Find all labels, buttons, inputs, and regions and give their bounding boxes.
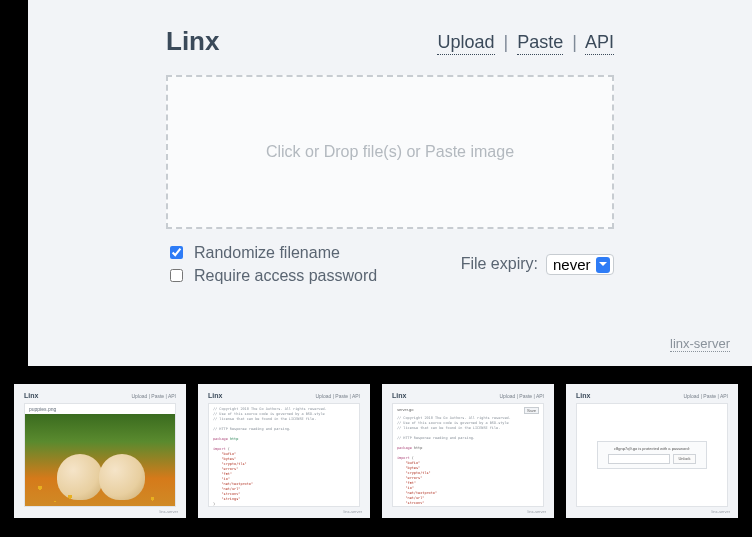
expiry-label: File expiry: [461, 255, 538, 273]
thumbnails-row: Linx Upload | Paste | API puppies.png li… [14, 384, 738, 518]
nav-separator: | [568, 32, 581, 52]
thumb-body: puppies.png [24, 403, 176, 507]
nav-links: Upload | Paste | API [437, 32, 614, 53]
require-password-checkbox[interactable] [170, 269, 183, 282]
thumbnail-code-edit[interactable]: Linx Upload | Paste | API server.go Save… [382, 384, 554, 518]
thumb-filename: server.go [397, 407, 413, 414]
thumb-footer: linx-server [712, 509, 730, 514]
thumb-code: // Copyright 2018 The Go Authors. All ri… [397, 416, 539, 507]
thumb-nav: Upload | Paste | API [499, 393, 544, 399]
nav-separator: | [500, 32, 513, 52]
main-upload-card: Linx Upload | Paste | API Click or Drop … [28, 0, 752, 366]
thumb-body: server.go Save // Copyright 2018 The Go … [392, 403, 544, 507]
randomize-label[interactable]: Randomize filename [194, 244, 340, 262]
nav-paste-link[interactable]: Paste [517, 32, 563, 55]
password-message: c8gnp7q9.go is protected with a password… [614, 446, 690, 451]
thumb-code: // Copyright 2018 The Go Authors. All ri… [213, 407, 355, 507]
thumb-nav: Upload | Paste | API [315, 393, 360, 399]
unlock-button-mini: Unlock [673, 454, 695, 464]
nav-api-link[interactable]: API [585, 32, 614, 55]
upload-options: Randomize filename Require access passwo… [166, 243, 614, 285]
password-prompt: c8gnp7q9.go is protected with a password… [597, 441, 707, 469]
thumb-brand: Linx [392, 392, 406, 399]
thumb-save-button: Save [524, 407, 539, 414]
password-input-mini [608, 454, 670, 464]
dropzone-text: Click or Drop file(s) or Paste image [266, 143, 514, 161]
thumb-image-placeholder [25, 414, 175, 506]
footer-link[interactable]: linx-server [670, 336, 730, 352]
require-password-label[interactable]: Require access password [194, 267, 377, 285]
brand-link[interactable]: Linx [166, 26, 219, 59]
thumb-brand: Linx [24, 392, 38, 399]
expiry-select[interactable]: never [546, 254, 614, 275]
thumb-brand: Linx [208, 392, 222, 399]
thumbnail-image-preview[interactable]: Linx Upload | Paste | API puppies.png li… [14, 384, 186, 518]
thumbnail-password-protect[interactable]: Linx Upload | Paste | API c8gnp7q9.go is… [566, 384, 738, 518]
thumb-nav: Upload | Paste | API [683, 393, 728, 399]
nav-upload-link[interactable]: Upload [437, 32, 494, 55]
thumb-body: // Copyright 2018 The Go Authors. All ri… [208, 403, 360, 507]
thumb-footer: linx-server [344, 509, 362, 514]
thumbnail-code-preview[interactable]: Linx Upload | Paste | API // Copyright 2… [198, 384, 370, 518]
randomize-checkbox[interactable] [170, 246, 183, 259]
thumb-nav: Upload | Paste | API [131, 393, 176, 399]
expiry-group: File expiry: never [461, 254, 614, 275]
thumb-filename: puppies.png [29, 406, 56, 412]
thumb-footer: linx-server [160, 509, 178, 514]
thumb-body: c8gnp7q9.go is protected with a password… [576, 403, 728, 507]
header: Linx Upload | Paste | API [166, 26, 614, 59]
thumb-brand: Linx [576, 392, 590, 399]
dropzone[interactable]: Click or Drop file(s) or Paste image [166, 75, 614, 229]
thumb-footer: linx-server [528, 509, 546, 514]
